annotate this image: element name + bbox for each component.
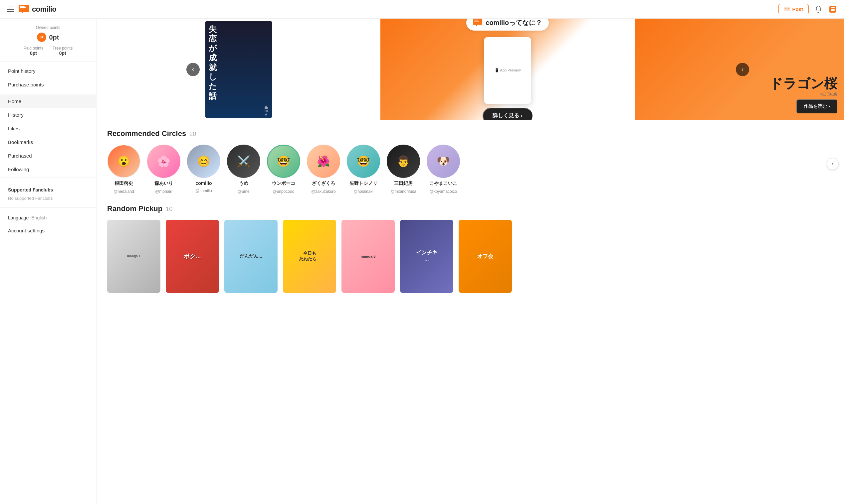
manga-cover: 失恋が成就した話 季結ふゆき — [205, 21, 272, 118]
flag-icon[interactable] — [828, 5, 837, 14]
svg-rect-3 — [20, 8, 24, 9]
circle-name-koyamacoico: こやまこいこ — [429, 181, 457, 186]
circle-handle-unpocooo: @unpocooo — [273, 189, 295, 194]
svg-rect-1 — [20, 6, 24, 7]
circle-item-koyamacoico[interactable]: 🐶 こやまこいこ @koyamacoico — [427, 145, 460, 194]
manga-card-5[interactable]: manga 5 — [342, 220, 395, 293]
circle-item-ume[interactable]: ⚔️ うめ @ume — [227, 145, 260, 194]
logo-icon — [19, 5, 29, 14]
circle-item-mitanorifusa[interactable]: 👨 三田紀房 @mitanorifusa — [387, 145, 420, 194]
circle-name-hosimaki: 矢野トシノリ — [349, 181, 377, 186]
sidebar: Owned points P 0pt Paid points 0pt Free … — [0, 19, 97, 504]
svg-rect-2 — [20, 7, 26, 8]
fanclubs-title: Supported Fanclubs — [0, 182, 96, 195]
post-button[interactable]: Post — [778, 4, 809, 14]
circle-name-nedaland: 根田啓史 — [115, 181, 133, 186]
manga-card-6[interactable]: インチキ... — [400, 220, 453, 293]
read-works-button[interactable]: 作品を読む › — [796, 100, 837, 113]
points-section: Owned points P 0pt Paid points 0pt Free … — [0, 19, 96, 61]
circle-item-moriairi[interactable]: 🌸 森あいり @moriairi — [147, 145, 180, 194]
language-setting[interactable]: Language English — [0, 212, 96, 224]
random-pickup-title: Random Pickup — [107, 204, 162, 213]
circle-avatar-nedaland: 😮 — [107, 145, 140, 178]
paid-points-label: Paid points — [24, 46, 43, 51]
manga-card-1[interactable]: manga 1 — [107, 220, 160, 293]
manga-card-7[interactable]: オフ会 — [459, 220, 512, 293]
circle-item-nedaland[interactable]: 😮 根田啓史 @nedaland — [107, 145, 140, 194]
circles-next-arrow[interactable]: › — [827, 158, 839, 170]
circle-handle-nedaland: @nedaland — [114, 189, 134, 194]
sidebar-item-purchased[interactable]: Purchased — [0, 149, 96, 163]
banner-prev-arrow[interactable]: ‹ — [186, 63, 200, 76]
circle-handle-koyamacoico: @koyamacoico — [430, 189, 457, 194]
circle-avatar-ume: ⚔️ — [227, 145, 260, 178]
sidebar-item-home[interactable]: Home — [0, 94, 96, 108]
circle-handle-comilio: @comilio — [195, 188, 212, 193]
points-total-value: 0pt — [49, 34, 59, 41]
sidebar-item-bookmarks[interactable]: Bookmarks — [0, 135, 96, 149]
circle-handle-hosimaki: @hosimaki — [354, 189, 374, 194]
manga-card-3[interactable]: だんだん... — [224, 220, 278, 293]
circle-name-comilio: comilio — [195, 181, 212, 186]
language-value: English — [31, 215, 47, 220]
free-points-value: 0pt — [53, 51, 72, 56]
logo[interactable]: comilio — [19, 5, 56, 14]
dragon-title: ドラゴン桜 — [770, 76, 837, 92]
sidebar-item-account-settings[interactable]: Account settings — [0, 224, 96, 237]
manga-thumb-7: オフ会 — [459, 220, 512, 293]
circle-handle-moriairi: @moriairi — [155, 189, 172, 194]
banner-slide-1: 失恋が成就した話 季結ふゆき — [97, 19, 380, 120]
circle-avatar-hosimaki: 🤓 — [347, 145, 380, 178]
owned-points-label: Owned points — [8, 25, 88, 30]
sidebar-divider-1 — [0, 93, 96, 93]
circle-item-comilio[interactable]: 😊 comilio @comilio — [187, 145, 220, 193]
circle-item-hosimaki[interactable]: 🤓 矢野トシノリ @hosimaki — [347, 145, 380, 194]
paid-points-value: 0pt — [24, 51, 43, 56]
circle-avatar-unpocooo: 🤓 — [267, 145, 300, 178]
manga-thumb-4: 今日も死ねたら... — [283, 220, 336, 293]
points-total: P 0pt — [8, 33, 88, 42]
recommended-circles-header: Recommended Circles 20 — [107, 129, 833, 138]
circle-name-unpocooo: ウンポーコ — [272, 181, 295, 186]
circle-item-unpocooo[interactable]: 🤓 ウンポーコ @unpocooo — [267, 145, 300, 194]
svg-rect-5 — [784, 7, 790, 11]
banner-slide-2: comilioってなに？ 📱 App Preview 詳しく見る › — [380, 19, 635, 120]
manga-thumb-2: ボク... — [166, 220, 219, 293]
banner-detail-button[interactable]: 詳しく見る › — [483, 108, 533, 120]
sidebar-item-purchase-points[interactable]: Purchase points — [0, 78, 96, 91]
circle-item-zakuzakuro[interactable]: 🌺 ざくざくろ @zakuzakuro — [307, 145, 340, 194]
sidebar-item-following[interactable]: Following — [0, 163, 96, 176]
circle-name-zakuzakuro: ざくざくろ — [312, 181, 335, 186]
free-points-label: Free points — [53, 46, 72, 51]
banner-bubble: comilioってなに？ — [466, 19, 549, 31]
sidebar-item-likes[interactable]: Likes — [0, 122, 96, 135]
sidebar-item-history[interactable]: History — [0, 108, 96, 122]
points-sub: Paid points 0pt Free points 0pt — [8, 46, 88, 56]
notification-bell-icon[interactable] — [814, 5, 823, 14]
manga-card-2[interactable]: ボク... — [166, 220, 219, 293]
manga-card-4[interactable]: 今日も死ねたら... — [283, 220, 336, 293]
dragon-copyright: ©三田紀房 — [770, 92, 837, 97]
banner-next-arrow[interactable]: › — [736, 63, 749, 76]
circle-handle-mitanorifusa: @mitanorifusa — [390, 189, 416, 194]
sidebar-divider-2 — [0, 178, 96, 178]
random-pickup-count: 10 — [166, 206, 172, 213]
circle-name-moriairi: 森あいり — [154, 181, 173, 186]
main-content: 失恋が成就した話 季結ふゆき comilioってなに？ — [97, 19, 844, 504]
manga-thumb-6: インチキ... — [400, 220, 453, 293]
circle-avatar-zakuzakuro: 🌺 — [307, 145, 340, 178]
svg-rect-7 — [831, 7, 835, 8]
circles-row: 😮 根田啓史 @nedaland 🌸 森あいり @moriairi 😊 comi… — [107, 145, 833, 194]
circle-handle-zakuzakuro: @zakuzakuro — [311, 189, 336, 194]
random-pickup-header: Random Pickup 10 — [107, 204, 833, 213]
manga-thumb-3: だんだん... — [224, 220, 278, 293]
language-label: Language — [8, 215, 29, 220]
fanclubs-empty: No supported Fanclubs — [0, 195, 96, 205]
logo-text: comilio — [32, 5, 56, 14]
hamburger-menu[interactable] — [7, 7, 14, 12]
points-badge: P — [37, 33, 46, 42]
circle-avatar-mitanorifusa: 👨 — [387, 145, 420, 178]
sidebar-item-point-history[interactable]: Point history — [0, 64, 96, 78]
free-points-item: Free points 0pt — [53, 46, 72, 56]
circle-avatar-moriairi: 🌸 — [147, 145, 180, 178]
